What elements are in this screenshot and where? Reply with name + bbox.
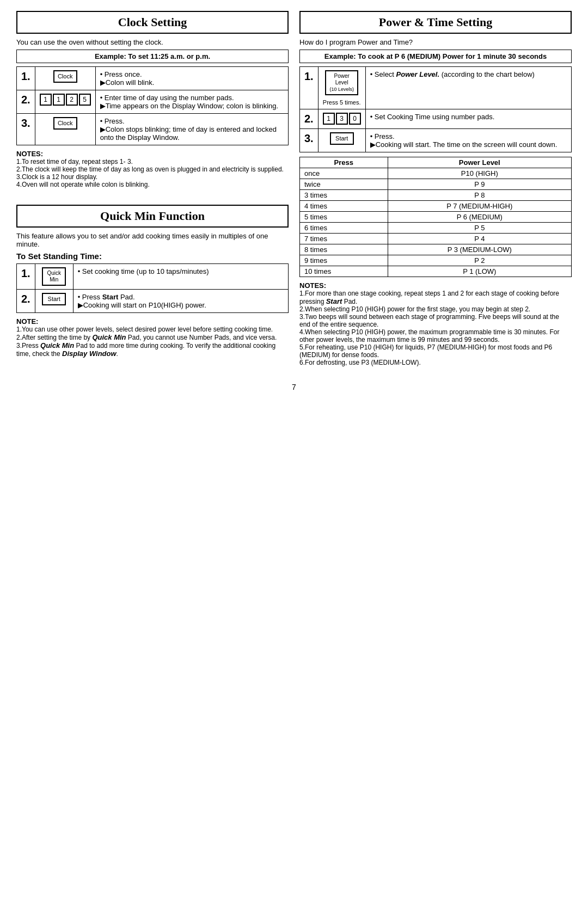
quickmin-note-3: 3.Press Quick Min Pad to add more time d… <box>16 341 289 358</box>
quickmin-sub-title: To Set Standing Time: <box>16 251 289 261</box>
power-row-3-press: 3 times <box>300 190 388 201</box>
quickmin-intro: This feature allows you to set and/or ad… <box>16 232 289 248</box>
quickmin-step-1-icon: QuickMin <box>35 264 73 290</box>
power-row-9-press: 9 times <box>300 255 388 266</box>
clock-step-3-bullet-2: ▶Colon stops blinking; time of day is en… <box>100 125 284 142</box>
quickmin-step-2-icon: Start <box>35 290 73 313</box>
power-note-6: 6.For defrosting, use P3 (MEDIUM-LOW). <box>299 359 572 366</box>
power-row-1-level: P10 (HIGH) <box>388 168 571 179</box>
power-row-2: twiceP 9 <box>300 179 572 190</box>
power-row-1: onceP10 (HIGH) <box>300 168 572 179</box>
clock-step-1-bullet-1: • Press once. <box>100 70 284 78</box>
quickmin-start-button: Start <box>42 293 66 305</box>
power-step-1-bullet-1: • Select Power Level. (according to the … <box>370 70 567 78</box>
power-row-4-press: 4 times <box>300 201 388 212</box>
clock-step-1: 1. Clock • Press once. ▶Colon will blink… <box>17 67 289 90</box>
clock-step-2: 2. 1 1 2 5 • Enter time of day using the… <box>17 90 289 114</box>
power-notes-label: NOTES: <box>299 281 326 290</box>
power-row-8-press: 8 times <box>300 244 388 255</box>
power-row-6: 6 timesP 5 <box>300 223 572 234</box>
power-row-8-level: P 3 (MEDIUM-LOW) <box>388 244 571 255</box>
power-step-3: 3. Start • Press. ▶Cooking will start. T… <box>300 129 572 152</box>
clock-button-icon: Clock <box>53 70 77 83</box>
power-step-3-num: 3. <box>300 129 318 152</box>
power-start-button: Start <box>330 132 354 145</box>
power-num-3: 0 <box>349 113 361 125</box>
quickmin-note-2: 2.After setting the time by Quick Min Pa… <box>16 333 289 341</box>
quickmin-step-2-text: • Press Start Pad. ▶Cooking will start o… <box>73 290 288 313</box>
clock-note-4: 4.Oven will not operate while colon is b… <box>16 181 289 188</box>
quickmin-step-2-num: 2. <box>17 290 35 313</box>
clock-step-2-text: • Enter time of day using the number pad… <box>95 90 288 114</box>
power-example-box: Example: To cook at P 6 (MEDIUM) Power f… <box>299 50 572 63</box>
power-note-5: 5.For reheating, use P10 (HIGH) for liqu… <box>299 343 572 359</box>
quickmin-step-1-bullet-1: • Set cooking time (up to 10 taps/minute… <box>78 267 284 275</box>
clock-step-2-num: 2. <box>17 90 35 114</box>
power-note-3: 3.Two beeps will sound between each stag… <box>299 313 572 328</box>
clock-note-3: 3.Clock is a 12 hour display. <box>16 173 289 181</box>
clock-note-1: 1.To reset time of day, repeat steps 1- … <box>16 158 289 165</box>
power-num-2: 3 <box>336 113 348 125</box>
power-step-1-text: • Select Power Level. (according to the … <box>365 67 571 109</box>
quickmin-title: Quick Min Function <box>16 205 289 228</box>
clock-step-2-bullet-1: • Enter time of day using the number pad… <box>100 94 284 102</box>
power-row-2-press: twice <box>300 179 388 190</box>
quickmin-steps-table: 1. QuickMin • Set cooking time (up to 10… <box>16 263 289 313</box>
clock-step-3-icon: Clock <box>35 114 95 145</box>
power-num-1: 1 <box>323 113 335 125</box>
power-row-7: 7 timesP 4 <box>300 234 572 244</box>
power-step-2: 2. 1 3 0 • Set Cooking Time using number… <box>300 109 572 129</box>
power-notes: NOTES: 1.For more than one stage cooking… <box>299 281 572 366</box>
power-row-3-level: P 8 <box>388 190 571 201</box>
clock-notes-label: NOTES: <box>16 150 43 158</box>
power-note-4: 4.When selecting P10 (HIGH) power, the m… <box>299 328 572 343</box>
left-column: Clock Setting You can use the oven witho… <box>16 11 289 372</box>
page-number: 7 <box>16 383 572 391</box>
clock-intro: You can use the oven without setting the… <box>16 38 289 46</box>
clock-note-2: 2.The clock will keep the time of day as… <box>16 165 289 173</box>
clock-notes: NOTES: 1.To reset time of day, repeat st… <box>16 150 289 188</box>
power-row-7-level: P 4 <box>388 234 571 244</box>
clock-step-3-text: • Press. ▶Colon stops blinking; time of … <box>95 114 288 145</box>
quickmin-step-2-bullet-1: • Press Start Pad. <box>78 293 284 301</box>
power-row-5-press: 5 times <box>300 212 388 223</box>
power-row-10-press: 10 times <box>300 266 388 277</box>
power-level-table: Press Power Level onceP10 (HIGH) twiceP … <box>299 157 572 277</box>
power-row-5: 5 timesP 6 (MEDIUM) <box>300 212 572 223</box>
quickmin-step-2: 2. Start • Press Start Pad. ▶Cooking wil… <box>17 290 289 313</box>
power-note-1: 1.For more than one stage cooking, repea… <box>299 290 572 305</box>
power-table-header-level: Power Level <box>388 157 571 168</box>
power-step-2-text: • Set Cooking Time using number pads. <box>365 109 571 129</box>
clock-num-2: 1 <box>53 94 65 106</box>
clock-step-1-icon: Clock <box>35 67 95 90</box>
quickmin-notes: NOTE: 1.You can use other power levels, … <box>16 317 289 358</box>
quickmin-section: Quick Min Function This feature allows y… <box>16 205 289 363</box>
clock-title: Clock Setting <box>16 11 289 34</box>
clock-numrow: 1 1 2 5 <box>40 94 91 106</box>
power-row-8: 8 timesP 3 (MEDIUM-LOW) <box>300 244 572 255</box>
power-press-times: Press 5 times. <box>323 99 361 106</box>
quickmin-step-2-bullet-2: ▶Cooking will start on P10(HIGH) power. <box>78 301 284 309</box>
clock-step-3-bullet-1: • Press. <box>100 117 284 125</box>
clock-num-1: 1 <box>40 94 52 106</box>
power-row-6-press: 6 times <box>300 223 388 234</box>
power-step-1-icon: PowerLevel(10 Levels) Press 5 times. <box>318 67 365 109</box>
clock-steps-table: 1. Clock • Press once. ▶Colon will blink… <box>16 66 289 145</box>
clock-step-3: 3. Clock • Press. ▶Colon stops blinking;… <box>17 114 289 145</box>
right-column: Power & Time Setting How do I program Po… <box>299 11 572 372</box>
power-row-10: 10 timesP 1 (LOW) <box>300 266 572 277</box>
clock-step-2-icon: 1 1 2 5 <box>35 90 95 114</box>
clock-num-3: 2 <box>66 94 78 106</box>
power-step-3-bullet-1: • Press. <box>370 132 567 140</box>
power-steps-table: 1. PowerLevel(10 Levels) Press 5 times. … <box>299 66 572 152</box>
quickmin-note-1: 1.You can use other power levels, select… <box>16 326 289 333</box>
power-step-2-bullet-1: • Set Cooking Time using number pads. <box>370 113 567 121</box>
power-row-6-level: P 5 <box>388 223 571 234</box>
power-step-1: 1. PowerLevel(10 Levels) Press 5 times. … <box>300 67 572 109</box>
power-step-2-num: 2. <box>300 109 318 129</box>
power-note-2: 2.When selecting P10 (HIGH) power for th… <box>299 305 572 313</box>
power-table-header-press: Press <box>300 157 388 168</box>
quickmin-button: QuickMin <box>42 267 66 286</box>
power-intro: How do I program Power and Time? <box>299 38 572 46</box>
power-row-5-level: P 6 (MEDIUM) <box>388 212 571 223</box>
